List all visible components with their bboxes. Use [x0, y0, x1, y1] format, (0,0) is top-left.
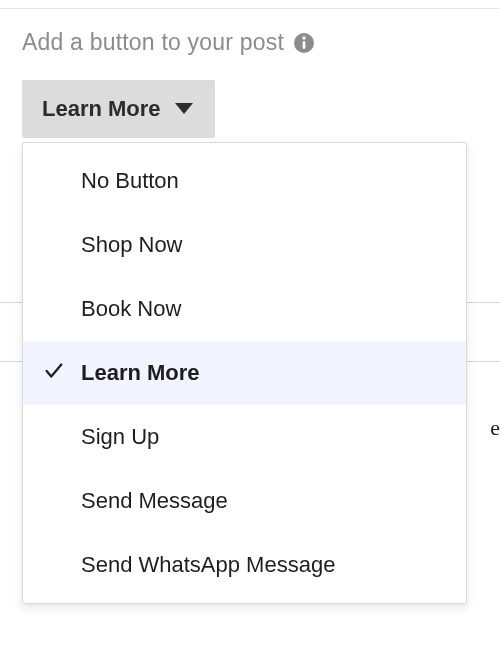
info-circle-icon[interactable] [292, 31, 316, 55]
check-slot [43, 360, 81, 386]
dropdown-selected-label: Learn More [42, 96, 161, 122]
menu-item-label: Learn More [81, 360, 200, 386]
cropped-text: e [490, 415, 500, 441]
menu-item-label: Shop Now [81, 232, 183, 258]
add-button-section: Add a button to your post Learn More No … [0, 9, 500, 158]
caret-down-icon [175, 103, 193, 115]
svg-marker-3 [175, 103, 193, 114]
menu-item-send-message[interactable]: Send Message [23, 469, 466, 533]
menu-item-label: Sign Up [81, 424, 159, 450]
call-to-action-dropdown: Learn More No Button Shop Now Book Now [22, 80, 478, 138]
menu-item-book-now[interactable]: Book Now [23, 277, 466, 341]
menu-item-label: Book Now [81, 296, 181, 322]
section-title: Add a button to your post [22, 29, 284, 56]
svg-point-2 [302, 36, 305, 39]
svg-rect-1 [303, 41, 306, 49]
section-header: Add a button to your post [22, 29, 478, 56]
menu-item-label: No Button [81, 168, 179, 194]
menu-item-label: Send Message [81, 488, 228, 514]
check-icon [43, 360, 65, 386]
menu-item-sign-up[interactable]: Sign Up [23, 405, 466, 469]
menu-item-send-whatsapp-message[interactable]: Send WhatsApp Message [23, 533, 466, 597]
menu-item-learn-more[interactable]: Learn More [23, 341, 466, 405]
dropdown-menu: No Button Shop Now Book Now Learn M [22, 142, 467, 604]
menu-item-no-button[interactable]: No Button [23, 149, 466, 213]
menu-item-shop-now[interactable]: Shop Now [23, 213, 466, 277]
menu-item-label: Send WhatsApp Message [81, 552, 335, 578]
dropdown-toggle-button[interactable]: Learn More [22, 80, 215, 138]
